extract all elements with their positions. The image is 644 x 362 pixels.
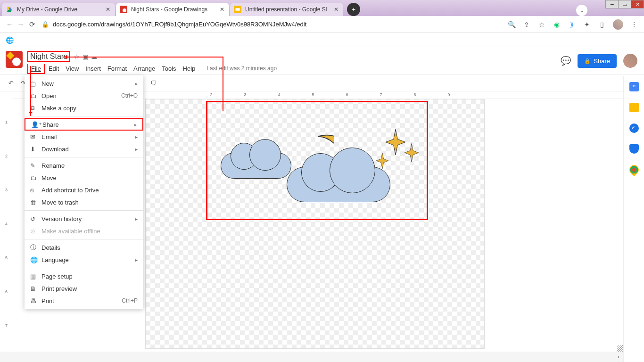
- menu-item-trash[interactable]: 🗑Move to trash: [25, 196, 143, 208]
- menu-item-move[interactable]: 🗀Move: [25, 172, 143, 184]
- window-close-button[interactable]: ✕: [631, 0, 644, 8]
- account-avatar[interactable]: [623, 54, 637, 68]
- chevron-right-icon: ▸: [135, 134, 138, 140]
- new-tab-button[interactable]: +: [347, 3, 360, 16]
- address-bar[interactable]: 🔒docs.google.com/drawings/d/1OYh7LROjf9b…: [41, 21, 507, 28]
- email-icon: ✉: [30, 133, 41, 140]
- browser-tab-active[interactable]: Night Stars - Google Drawings ✕: [116, 3, 229, 16]
- star-shape[interactable]: [405, 143, 419, 162]
- close-icon[interactable]: ✕: [333, 6, 339, 13]
- menu-separator: [25, 239, 143, 239]
- browser-tab-drive[interactable]: My Drive - Google Drive ✕: [2, 3, 115, 16]
- trash-icon: 🗑: [30, 199, 41, 206]
- info-icon: ⓘ: [30, 243, 41, 252]
- menu-item-version-history[interactable]: ↺Version history▸: [25, 213, 143, 225]
- chevron-right-icon[interactable]: ›: [618, 354, 619, 360]
- browser-toolbar: ← → ⟳ 🔒docs.google.com/drawings/d/1OYh7L…: [0, 16, 644, 33]
- lock-icon: 🔒: [41, 21, 49, 28]
- page-setup-icon: ▥: [30, 273, 41, 280]
- annotation-line: [63, 57, 223, 58]
- horizontal-scrollbar[interactable]: ›: [0, 352, 623, 362]
- print-icon: 🖶: [30, 297, 41, 304]
- extensions-icon[interactable]: ✦: [583, 20, 591, 29]
- chevron-right-icon: ▸: [135, 147, 138, 152]
- profile-avatar[interactable]: [613, 19, 623, 30]
- menu-arrange[interactable]: Arrange: [131, 64, 158, 74]
- browser-menu-icon[interactable]: ⋮: [630, 20, 638, 29]
- menu-item-print-preview[interactable]: 🗎Print preview: [25, 282, 143, 295]
- menu-item-download[interactable]: ⬇Download▸: [25, 143, 143, 155]
- globe-icon: 🌐: [30, 256, 41, 263]
- drawings-icon: [120, 6, 127, 13]
- share-url-icon[interactable]: ⇪: [522, 20, 531, 29]
- maps-icon[interactable]: [627, 163, 640, 176]
- menu-item-page-setup[interactable]: ▥Page setup: [25, 270, 143, 282]
- keep-icon[interactable]: [629, 103, 639, 112]
- cast-icon[interactable]: ⟫: [568, 20, 576, 29]
- menu-item-language[interactable]: 🌐Language▸: [25, 254, 143, 266]
- menu-format[interactable]: Format: [105, 64, 130, 74]
- chevron-right-icon: ▸: [134, 122, 137, 127]
- browser-tab-slides[interactable]: Untitled presentation - Google Sl ✕: [230, 3, 343, 16]
- share-button[interactable]: 🔒 Share: [578, 54, 617, 68]
- menu-insert[interactable]: Insert: [83, 64, 104, 74]
- menu-item-make-copy[interactable]: ⧉Make a copy: [25, 102, 143, 114]
- comment-add-icon[interactable]: 🗨: [147, 80, 159, 87]
- canvas-resize-handle[interactable]: [617, 345, 623, 352]
- menu-help[interactable]: Help: [180, 64, 198, 74]
- last-edit-link[interactable]: Last edit was 2 minutes ago: [204, 64, 280, 74]
- reload-button[interactable]: ⟳: [26, 20, 38, 29]
- annotation-arrow: [30, 66, 31, 116]
- slides-icon: [234, 6, 241, 13]
- menu-edit[interactable]: Edit: [46, 64, 62, 74]
- zoom-icon[interactable]: 🔍: [507, 20, 516, 29]
- star-shape[interactable]: [386, 129, 405, 155]
- cloud-shape[interactable]: [287, 167, 390, 202]
- copy-icon: ⧉: [30, 104, 41, 112]
- globe-icon[interactable]: 🌐: [6, 36, 14, 44]
- window-minimize-button[interactable]: ━: [605, 0, 619, 8]
- tab-overflow-button[interactable]: ⌄: [576, 5, 587, 16]
- menu-tools[interactable]: Tools: [159, 64, 179, 74]
- reading-list-icon[interactable]: ▯: [598, 20, 606, 29]
- menu-separator: [25, 268, 143, 268]
- menu-item-details[interactable]: ⓘDetails: [25, 241, 143, 254]
- drive-icon: [6, 6, 13, 13]
- contacts-icon[interactable]: [629, 144, 639, 154]
- chevron-right-icon: ▸: [135, 81, 138, 86]
- download-icon: ⬇: [30, 146, 41, 153]
- chevron-right-icon: ▸: [135, 257, 138, 263]
- browser-tabbar: My Drive - Google Drive ✕ Night Stars - …: [0, 0, 644, 16]
- chevron-right-icon: ▸: [135, 216, 138, 222]
- drawings-logo[interactable]: [6, 51, 23, 68]
- menu-view[interactable]: View: [63, 64, 82, 74]
- comments-icon[interactable]: 💬: [561, 56, 571, 66]
- rename-icon: ✎: [30, 162, 41, 169]
- lock-icon: 🔒: [584, 58, 591, 64]
- document-icon: ▢: [30, 80, 41, 87]
- menu-item-offline: ⊘Make available offline: [25, 225, 143, 237]
- menu-item-email[interactable]: ✉Email▸: [25, 131, 143, 143]
- menu-item-open[interactable]: 🗀OpenCtrl+O: [25, 90, 143, 102]
- back-button[interactable]: ←: [4, 20, 15, 28]
- menu-item-new[interactable]: ▢New▸: [25, 77, 143, 90]
- menu-item-print[interactable]: 🖶PrintCtrl+P: [25, 295, 143, 307]
- menu-item-add-shortcut[interactable]: ⎋Add shortcut to Drive: [25, 184, 143, 196]
- extension-icon[interactable]: ◉: [553, 20, 561, 29]
- close-icon[interactable]: ✕: [105, 6, 111, 13]
- close-icon[interactable]: ✕: [219, 6, 225, 13]
- star-shape[interactable]: [376, 153, 388, 169]
- cloud-shape[interactable]: [221, 153, 291, 179]
- app-header: Night Stars ☆ ▣ ☁ File Edit View Insert …: [0, 47, 644, 74]
- calendar-icon[interactable]: [629, 82, 639, 91]
- menu-item-share[interactable]: 👤⁺Share▸: [25, 118, 143, 131]
- window-maximize-button[interactable]: ▭: [618, 0, 631, 8]
- menu-item-rename[interactable]: ✎Rename: [25, 159, 143, 172]
- undo-icon[interactable]: ↶: [5, 80, 17, 87]
- tasks-icon[interactable]: [629, 123, 639, 133]
- offline-icon: ⊘: [30, 228, 41, 235]
- side-panel: [623, 76, 644, 362]
- bookmark-icon[interactable]: ☆: [537, 20, 546, 29]
- menu-separator: [25, 116, 143, 116]
- tab-title: Untitled presentation - Google Sl: [245, 6, 333, 13]
